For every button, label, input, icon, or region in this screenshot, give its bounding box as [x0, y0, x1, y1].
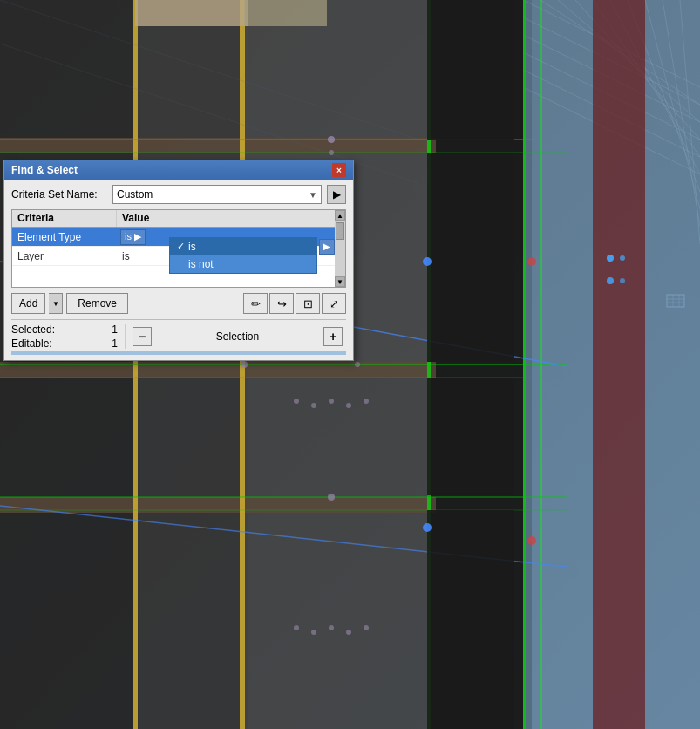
selection-plus-button[interactable]: +	[323, 327, 343, 346]
column-value: Value	[117, 210, 345, 227]
selection-row: − Selection +	[125, 324, 346, 349]
dropdown-item-is-label: is	[188, 241, 196, 253]
criteria-nav-button[interactable]: ▶	[327, 185, 346, 204]
svg-rect-2	[0, 366, 139, 729]
viewport-canvas	[0, 0, 700, 729]
svg-point-72	[364, 399, 369, 404]
dropdown-item-is-not-label: is not	[188, 258, 214, 270]
svg-point-48	[355, 362, 360, 367]
zoom-icon-btn[interactable]: ⤢	[322, 293, 346, 314]
criteria-set-name-label: Criteria Set Name:	[11, 188, 107, 201]
element-type-operator-btn[interactable]: is ▶	[120, 229, 146, 245]
dialog-title: Find & Select	[11, 164, 78, 176]
svg-point-47	[241, 361, 248, 368]
criteria-set-value: Custom	[117, 188, 153, 201]
svg-point-59	[607, 255, 614, 262]
cell-element-type-criteria: Element Type	[12, 231, 117, 243]
cell-element-type-operator[interactable]: is ▶	[117, 229, 169, 245]
add-button[interactable]: Add	[11, 293, 45, 314]
scroll-up-arrow[interactable]: ▲	[335, 210, 345, 221]
column-criteria: Criteria	[12, 210, 117, 227]
close-button[interactable]: ×	[332, 163, 346, 177]
edit-icon-btn[interactable]: ✏	[243, 293, 268, 314]
svg-rect-54	[593, 0, 645, 729]
editable-stat: Editable: 1	[11, 337, 125, 350]
svg-rect-4	[135, 366, 248, 729]
criteria-set-row: Criteria Set Name: Custom ▼ ▶	[11, 185, 346, 204]
criteria-set-dropdown[interactable]: Custom ▼	[112, 185, 322, 204]
stats-section: Selected: 1 Editable: 1	[11, 324, 125, 350]
svg-rect-29	[133, 366, 138, 729]
svg-rect-53	[427, 510, 514, 729]
cell-layer-operator[interactable]: is	[117, 250, 169, 262]
svg-point-61	[620, 255, 625, 261]
svg-point-60	[607, 277, 614, 284]
viewport	[0, 0, 700, 729]
link-icon-btn[interactable]: ↪	[269, 293, 294, 314]
svg-rect-31	[240, 366, 245, 729]
svg-point-77	[364, 625, 369, 630]
svg-point-62	[620, 278, 625, 283]
svg-point-56	[423, 523, 432, 532]
svg-point-49	[328, 494, 335, 501]
svg-point-46	[329, 150, 334, 155]
operator-dropdown-popup: ✓ is ✓ is not	[169, 237, 317, 274]
selection-label: Selection	[157, 330, 318, 343]
bottom-accent-bar	[11, 351, 346, 355]
dropdown-item-is-not[interactable]: ✓ is not	[170, 255, 316, 273]
table-header: Criteria Value	[12, 210, 345, 228]
svg-point-58	[527, 536, 536, 545]
cell-layer-criteria: Layer	[12, 250, 117, 262]
svg-rect-52	[427, 378, 514, 495]
dropdown-item-is[interactable]: ✓ is	[170, 238, 316, 255]
bottom-section: Selected: 1 Editable: 1 − Selection +	[11, 319, 346, 350]
svg-point-75	[329, 625, 334, 630]
svg-rect-6	[244, 366, 436, 729]
svg-rect-78	[135, 0, 248, 26]
selected-value: 1	[112, 324, 125, 336]
svg-point-57	[527, 257, 536, 266]
svg-point-45	[328, 136, 335, 143]
editable-value: 1	[112, 337, 125, 350]
criteria-table: Criteria Value Element Type is ▶ ✓ is	[11, 209, 346, 288]
checkmark-is: ✓	[177, 241, 185, 252]
icon-button-group: ✏ ↪ ⊡ ⤢	[243, 293, 346, 314]
scroll-down-arrow[interactable]: ▼	[335, 276, 345, 287]
svg-point-71	[346, 403, 351, 408]
svg-point-68	[294, 399, 299, 404]
svg-rect-51	[427, 153, 514, 362]
svg-point-76	[346, 630, 351, 635]
dialog-body: Criteria Set Name: Custom ▼ ▶ Criteria V…	[4, 180, 353, 360]
selected-stat: Selected: 1	[11, 324, 125, 336]
svg-point-55	[423, 257, 432, 266]
editable-label: Editable:	[11, 337, 52, 350]
remove-button[interactable]: Remove	[66, 293, 128, 314]
svg-point-69	[311, 403, 316, 408]
criteria-set-dropdown-arrow: ▼	[309, 190, 317, 200]
svg-rect-79	[244, 0, 327, 26]
dialog-titlebar: Find & Select ×	[4, 160, 353, 180]
find-select-dialog: Find & Select × Criteria Set Name: Custo…	[3, 160, 354, 361]
svg-point-74	[311, 630, 316, 635]
add-dropdown-arrow[interactable]: ▼	[49, 293, 63, 314]
button-row: Add ▼ Remove ✏ ↪ ⊡ ⤢	[11, 293, 346, 314]
selection-minus-button[interactable]: −	[133, 327, 152, 346]
svg-rect-50	[427, 0, 514, 140]
table-row-element-type[interactable]: Element Type is ▶ ✓ is ✓ is not	[12, 228, 345, 247]
svg-point-70	[329, 399, 334, 404]
table-scrollbar[interactable]: ▲ ▼	[335, 210, 345, 287]
scroll-thumb[interactable]	[336, 222, 344, 240]
selected-label: Selected:	[11, 324, 55, 336]
svg-point-73	[294, 625, 299, 630]
resize-icon-btn[interactable]: ⊡	[296, 293, 320, 314]
